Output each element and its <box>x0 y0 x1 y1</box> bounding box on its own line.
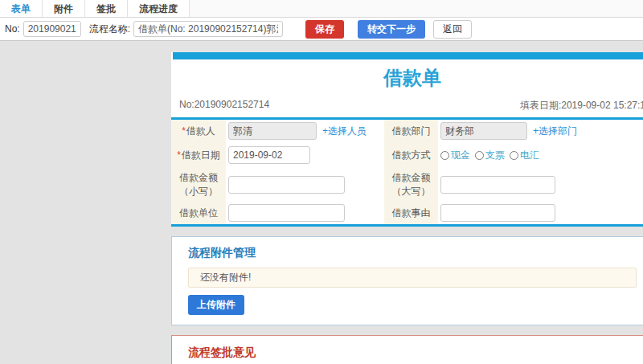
command-bar: No: 流程名称: 保存 转交下一步 返回 <box>0 18 643 41</box>
unit-input[interactable] <box>228 204 345 222</box>
amount-upper-field-cell <box>438 168 643 202</box>
approval-panel: 流程签批意见 B I abc <box>171 335 643 364</box>
process-name-input[interactable] <box>133 21 283 37</box>
method-label: 借款方式 <box>384 142 438 168</box>
tab-attachment[interactable]: 附件 <box>43 0 85 17</box>
form-title: 借款单 <box>171 59 643 93</box>
loan-date-label: *借款日期 <box>171 142 226 168</box>
form-top-bar <box>173 52 643 59</box>
cash-radio[interactable] <box>440 151 449 160</box>
attachments-panel: 流程附件管理 还没有附件! 上传附件 <box>171 236 643 325</box>
required-marker: * <box>177 149 181 161</box>
form-doc-no: No:20190902152714 <box>179 99 269 112</box>
no-input[interactable] <box>23 21 81 37</box>
select-person-link[interactable]: +选择人员 <box>322 125 367 138</box>
next-step-button[interactable]: 转交下一步 <box>358 20 425 39</box>
form-fill-date: 填表日期:2019-09-02 15:27:1 <box>520 99 643 112</box>
back-button[interactable]: 返回 <box>433 20 472 39</box>
borrower-label: *借款人 <box>171 120 226 142</box>
approval-title: 流程签批意见 <box>188 346 637 360</box>
save-button[interactable]: 保存 <box>305 20 344 39</box>
borrower-input[interactable] <box>228 122 317 140</box>
reason-input[interactable] <box>440 204 555 222</box>
upload-attachment-button[interactable]: 上传附件 <box>188 295 244 315</box>
tab-form[interactable]: 表单 <box>0 0 43 17</box>
loan-date-field-cell <box>226 142 384 168</box>
no-attachments-alert: 还没有附件! <box>188 268 637 288</box>
required-marker: * <box>182 125 186 137</box>
method-option-cash[interactable]: 现金 <box>440 149 470 162</box>
method-option-wire[interactable]: 电汇 <box>510 149 539 162</box>
amount-lower-label: 借款金额（小写） <box>171 168 226 202</box>
amount-lower-field-cell <box>226 168 384 202</box>
reason-field-cell <box>438 202 643 224</box>
loan-form-panel: 借款单 No:20190902152714 填表日期:2019-09-02 15… <box>171 52 643 227</box>
reason-label: 借款事由 <box>384 202 438 224</box>
unit-field-cell <box>226 202 384 224</box>
method-field-cell: 现金 支票 电汇 <box>438 142 643 168</box>
attachments-title: 流程附件管理 <box>188 246 637 260</box>
borrower-field-cell: +选择人员 <box>226 120 384 142</box>
amount-lower-input[interactable] <box>228 176 345 194</box>
tab-process-progress[interactable]: 流程进度 <box>128 0 190 17</box>
wire-radio[interactable] <box>510 151 518 160</box>
process-name-label: 流程名称: <box>89 22 130 36</box>
amount-upper-label: 借款金额（大写） <box>384 168 438 202</box>
loan-date-input[interactable] <box>228 146 310 164</box>
select-department-link[interactable]: +选择部门 <box>533 125 577 138</box>
tab-bar: 表单 附件 签批 流程进度 <box>0 0 643 18</box>
form-fields-table: *借款人 +选择人员 借款部门 +选择部门 *借款日期 借款方式 <box>171 120 643 227</box>
form-meta-row: No:20190902152714 填表日期:2019-09-02 15:27:… <box>171 93 643 120</box>
department-label: 借款部门 <box>384 120 438 142</box>
amount-upper-input[interactable] <box>440 176 555 194</box>
unit-label: 借款单位 <box>171 202 226 224</box>
department-input[interactable] <box>440 122 527 140</box>
no-label: No: <box>5 23 20 35</box>
check-radio[interactable] <box>475 151 484 160</box>
method-radio-group: 现金 支票 电汇 <box>440 149 539 162</box>
department-field-cell: +选择部门 <box>438 120 643 142</box>
tab-approval[interactable]: 签批 <box>85 0 128 17</box>
method-option-check[interactable]: 支票 <box>475 149 505 162</box>
main-area: 借款单 No:20190902152714 填表日期:2019-09-02 15… <box>0 41 643 364</box>
